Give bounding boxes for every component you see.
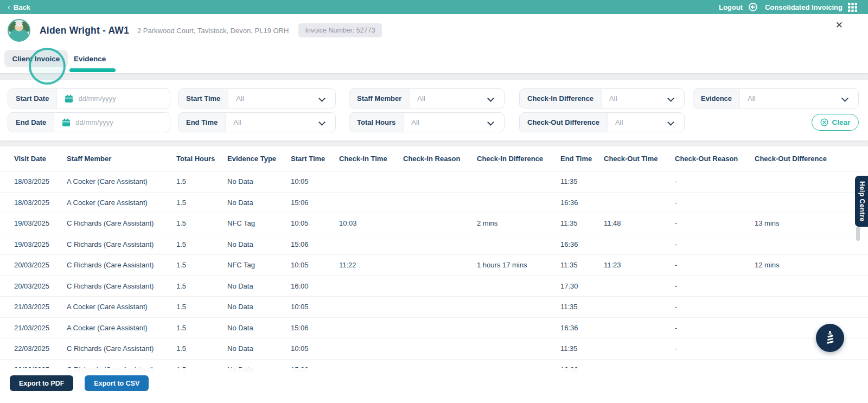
end-time-label: End Time	[178, 113, 226, 132]
staff-member-select[interactable]: All	[410, 89, 504, 108]
start-time-cell: 10:05	[291, 303, 339, 311]
column-header: Evidence Type	[227, 155, 291, 163]
start-time-label: Start Time	[178, 89, 228, 108]
scrollbar-thumb[interactable]	[856, 227, 860, 241]
help-centre-tab[interactable]: Help Centre	[855, 176, 868, 227]
active-tab-underline	[69, 68, 116, 72]
clear-label: Clear	[832, 118, 851, 126]
evidence-value: All	[748, 94, 755, 103]
staff-member-label: Staff Member	[349, 89, 410, 108]
start-date-input[interactable]: dd/mm/yyyy	[57, 89, 170, 108]
close-icon[interactable]: ✕	[835, 21, 843, 30]
staff-member-cell: C Richards (Care Assistant)	[67, 240, 176, 248]
start-time-cell: 15:06	[291, 199, 339, 207]
evidence-label: Evidence	[693, 89, 740, 108]
chevron-left-icon: ‹	[8, 3, 10, 11]
check-in-difference-select[interactable]: All	[602, 89, 684, 108]
table-row[interactable]: 20/03/2025 C Richards (Care Assistant) 1…	[0, 276, 868, 297]
end-time-cell: 16:36	[560, 240, 604, 248]
end-date-input[interactable]: dd/mm/yyyy	[54, 113, 170, 132]
table-row[interactable]: 22/03/2025 C Richards (Care Assistant) 1…	[0, 338, 868, 360]
calendar-icon	[65, 94, 73, 103]
start-time-cell: 10:05	[291, 219, 339, 227]
total-hours-cell: 1.5	[176, 199, 227, 207]
help-centre-label: Help Centre	[858, 181, 866, 222]
chevron-down-icon	[318, 95, 326, 102]
table-row[interactable]: 20/03/2025 C Richards (Care Assistant) 1…	[0, 255, 868, 276]
chevron-down-icon	[841, 95, 848, 102]
export-bar: Export to PDF Export to CSV	[0, 368, 868, 403]
export-csv-button[interactable]: Export to CSV	[85, 375, 149, 391]
start-time-cell: 15:06	[291, 324, 339, 332]
visit-date-cell: 18/03/2025	[14, 177, 67, 185]
column-header: Staff Member	[67, 155, 176, 163]
end-time-select[interactable]: All	[226, 113, 335, 132]
clear-filters-button[interactable]: Clear	[812, 114, 859, 131]
check-out-reason-cell: -	[675, 177, 755, 185]
table-row[interactable]: 19/03/2025 C Richards (Care Assistant) 1…	[0, 213, 868, 234]
table-row[interactable]: 18/03/2025 A Cocker (Care Assistant) 1.5…	[0, 193, 868, 214]
total-hours-cell: 1.5	[176, 324, 227, 332]
start-time-cell: 15:06	[291, 240, 339, 248]
visit-date-cell: 18/03/2025	[14, 199, 67, 207]
logout-button[interactable]: Logout	[719, 2, 758, 12]
tab-evidence[interactable]: Evidence	[74, 50, 106, 67]
staff-member-cell: C Richards (Care Assistant)	[67, 219, 176, 227]
start-time-cell: 10:05	[291, 177, 339, 185]
column-header: Check-In Difference	[477, 155, 560, 163]
evidence-type-cell: No Data	[227, 282, 291, 290]
end-time-cell: 11:35	[560, 261, 604, 269]
table-row[interactable]: 21/03/2025 A Cocker (Care Assistant) 1.5…	[0, 318, 868, 339]
end-date-label: End Date	[8, 113, 54, 132]
check-out-difference-select[interactable]: All	[608, 113, 684, 132]
check-out-reason-cell: -	[675, 282, 755, 290]
start-time-select[interactable]: All	[228, 89, 335, 108]
tabs-bar: Client Invoice Evidence	[0, 47, 868, 73]
table-row[interactable]: 19/03/2025 C Richards (Care Assistant) 1…	[0, 234, 868, 255]
visit-date-cell: 20/03/2025	[14, 282, 67, 290]
export-pdf-button[interactable]: Export to PDF	[10, 375, 73, 391]
apps-grid-icon	[848, 3, 857, 12]
staff-member-cell: C Richards (Care Assistant)	[67, 282, 176, 290]
total-hours-select[interactable]: All	[404, 113, 504, 132]
filter-start-date: Start Date dd/mm/yyyy	[8, 88, 170, 108]
table-header-row: Visit Date Staff Member Total Hours Evid…	[0, 146, 868, 171]
column-header: Start Time	[291, 155, 339, 163]
visit-date-cell: 19/03/2025	[14, 219, 67, 227]
logout-label: Logout	[719, 3, 743, 11]
evidence-type-cell: No Data	[227, 324, 291, 332]
start-time-cell: 16:00	[291, 282, 339, 290]
back-label: Back	[14, 3, 30, 11]
consolidated-invoicing-button[interactable]: Consolidated Invoicing	[765, 3, 857, 12]
tab-client-invoice[interactable]: Client Invoice	[4, 50, 68, 67]
visit-date-cell: 22/03/2025	[14, 344, 67, 353]
table-row[interactable]: 18/03/2025 A Cocker (Care Assistant) 1.5…	[0, 171, 868, 193]
circle-x-icon	[820, 118, 828, 126]
check-out-reason-cell: -	[675, 219, 755, 227]
filter-total-hours: Total Hours All	[349, 112, 505, 132]
check-out-time-cell: 11:23	[604, 261, 675, 269]
back-button[interactable]: ‹ Back	[8, 3, 30, 11]
visit-date-cell: 20/03/2025	[14, 261, 67, 269]
visit-date-cell: 19/03/2025	[14, 240, 67, 248]
client-name: Aiden Wright - AW1	[40, 25, 129, 36]
chevron-down-icon	[318, 119, 326, 126]
check-out-reason-cell: -	[675, 324, 755, 332]
evidence-select[interactable]: All	[740, 89, 858, 108]
total-hours-cell: 1.5	[176, 240, 227, 248]
total-hours-cell: 1.5	[176, 282, 227, 290]
end-time-value: All	[233, 118, 241, 126]
help-chat-button[interactable]	[816, 324, 844, 352]
check-in-time-cell: 10:03	[339, 219, 403, 227]
evidence-type-cell: NFC Tag	[227, 219, 291, 227]
check-in-difference-value: All	[609, 94, 617, 103]
start-time-cell: 10:05	[291, 344, 339, 353]
check-out-reason-cell: -	[675, 303, 755, 311]
evidence-type-cell: No Data	[227, 199, 291, 207]
end-time-cell: 11:35	[560, 303, 604, 311]
column-header: Check-Out Difference	[755, 155, 868, 163]
check-out-reason-cell: -	[675, 261, 755, 269]
total-hours-cell: 1.5	[176, 303, 227, 311]
column-header: Check-In Time	[339, 155, 403, 163]
table-row[interactable]: 21/03/2025 A Cocker (Care Assistant) 1.5…	[0, 297, 868, 318]
